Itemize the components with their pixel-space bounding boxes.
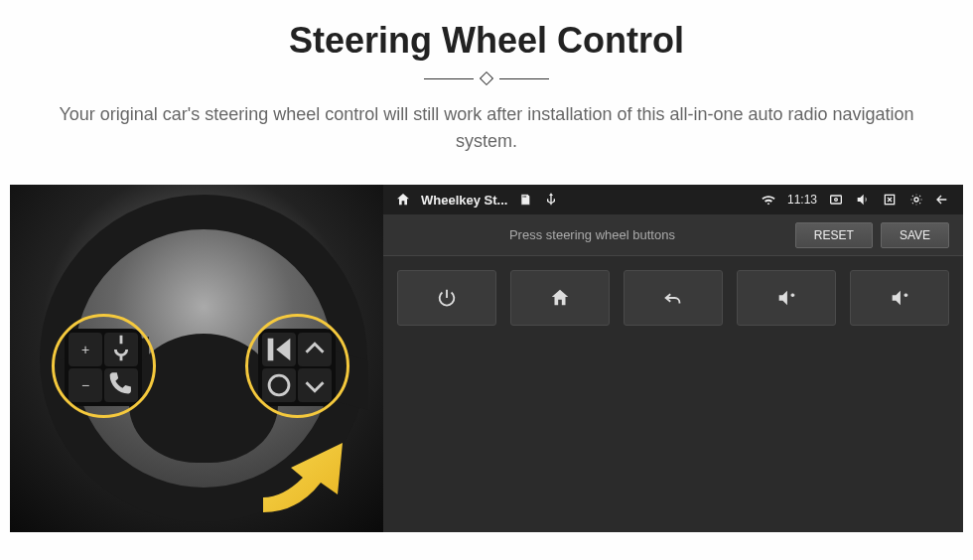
page-subtitle: Your original car's steering wheel contr…: [40, 101, 933, 155]
head-unit-screen: Wheelkey St... 11:13: [383, 185, 963, 532]
wheel-btn-down-icon: [298, 368, 332, 402]
page-title: Steering Wheel Control: [0, 20, 973, 62]
steering-wheel-image: + −: [10, 185, 383, 532]
key-back-button[interactable]: [624, 270, 723, 326]
header-section: Steering Wheel Control Your original car…: [0, 0, 973, 170]
wheel-btn-source-icon: [262, 368, 296, 402]
usb-icon: [543, 192, 559, 208]
reset-button[interactable]: RESET: [795, 222, 873, 248]
brightness-down-icon[interactable]: [908, 192, 924, 208]
sd-card-icon: [517, 192, 533, 208]
wifi-icon: [761, 192, 776, 208]
wheel-btn-phone-icon: [104, 368, 138, 402]
key-power-button[interactable]: [397, 270, 496, 326]
svg-point-0: [269, 375, 289, 395]
title-divider: [0, 73, 973, 83]
status-bar: Wheelkey St... 11:13: [383, 185, 963, 214]
wheel-btn-up-icon: [298, 333, 332, 366]
pointer-arrow-icon: [243, 423, 362, 512]
key-volume-up-button[interactable]: [737, 270, 836, 326]
wheel-button-cluster-left: + −: [65, 329, 142, 406]
wheel-btn-plus-icon: +: [69, 333, 102, 366]
svg-point-4: [914, 198, 918, 202]
wheel-btn-voice-icon: [104, 333, 138, 366]
back-icon[interactable]: [935, 192, 951, 208]
wheel-btn-minus-icon: −: [69, 368, 102, 402]
app-title: Wheelkey St...: [421, 193, 507, 208]
screenshot-icon[interactable]: [828, 192, 844, 208]
home-icon[interactable]: [395, 192, 411, 208]
volume-icon[interactable]: [855, 192, 871, 208]
wheel-btn-next-icon: [262, 333, 296, 366]
save-button[interactable]: SAVE: [881, 222, 949, 248]
instruction-bar: Press steering wheel buttons RESET SAVE: [383, 214, 963, 256]
key-home-button[interactable]: [510, 270, 610, 326]
instruction-text: Press steering wheel buttons: [397, 227, 787, 242]
content-row: + −: [10, 185, 963, 532]
svg-point-2: [835, 199, 838, 202]
status-time: 11:13: [787, 193, 817, 207]
key-mapping-grid: [383, 256, 963, 532]
close-app-icon[interactable]: [882, 192, 898, 208]
svg-rect-1: [831, 196, 842, 204]
key-volume-up-button-2[interactable]: [850, 270, 949, 326]
wheel-button-cluster-right: [258, 329, 336, 406]
